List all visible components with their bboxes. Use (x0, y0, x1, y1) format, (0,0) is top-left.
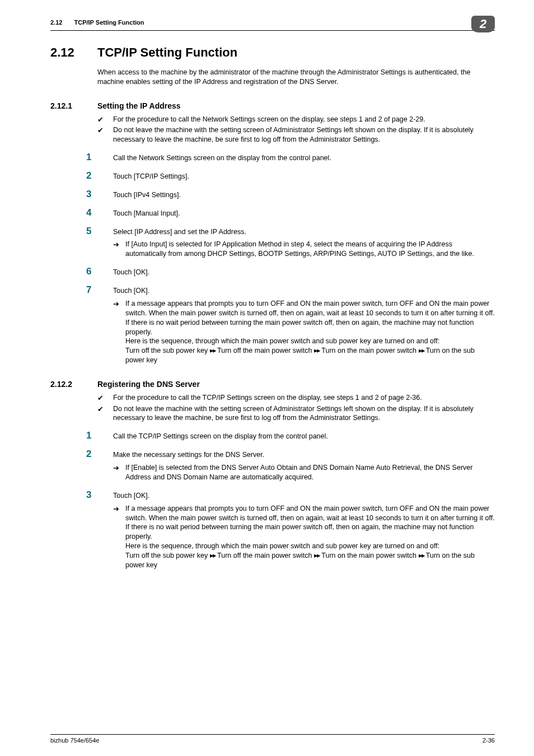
running-header-left: 2.12 TCP/IP Setting Function (50, 19, 144, 26)
step-text: Touch [OK]. (113, 267, 495, 277)
step-text: Select [IP Address] and set the IP Addre… (113, 227, 495, 237)
step-number: 1 (86, 431, 113, 441)
list-item-text: Do not leave the machine with the settin… (113, 125, 495, 144)
step-text: Call the TCP/IP Settings screen on the d… (113, 431, 495, 441)
step: 5 Select [IP Address] and set the IP Add… (86, 226, 495, 259)
step-number: 4 (86, 208, 113, 218)
sub-text-line: Turn on the main power switch (320, 552, 418, 559)
section-title: TCP/IP Setting Function (97, 45, 237, 60)
sub-text: If [Enable] is selected from the DNS Ser… (125, 463, 495, 482)
header-section-number: 2.12 (50, 19, 62, 26)
arrow-icon: ➔ (113, 299, 125, 365)
subsection-heading: 2.12.1 Setting the IP Address (50, 101, 495, 110)
sub-text-line: Turn off the sub power key (125, 552, 210, 559)
running-header: 2.12 TCP/IP Setting Function 2 (50, 16, 495, 31)
double-arrow-icon: ▸▸ (419, 552, 424, 559)
sub-item: ➔ If a message appears that prompts you … (113, 299, 495, 365)
sub-text-line: Turn off the main power switch (216, 552, 314, 559)
double-arrow-icon: ▸▸ (210, 552, 216, 559)
step-number: 5 (86, 226, 113, 259)
sub-text-line: Here is the sequence, through which the … (125, 337, 439, 345)
step-body: Make the necessary settings for the DNS … (113, 449, 495, 482)
step: 7 Touch [OK]. ➔ If a message appears tha… (86, 285, 495, 365)
header-section-title: TCP/IP Setting Function (74, 19, 144, 26)
list-item: ✔ For the procedure to call the Network … (97, 115, 495, 125)
step-number: 6 (86, 267, 113, 277)
sub-text-line: If a message appears that prompts you to… (125, 505, 495, 541)
sub-text-line: Turn off the main power switch (216, 347, 314, 354)
check-icon: ✔ (97, 125, 113, 144)
check-icon: ✔ (97, 404, 113, 423)
section-intro: When access to the machine by the admini… (97, 68, 495, 87)
step: 3 Touch [IPv4 Settings]. (86, 189, 495, 200)
list-item-text: For the procedure to call the Network Se… (113, 115, 495, 125)
subsection-title: Registering the DNS Server (97, 380, 200, 389)
list-item-text: For the procedure to call the TCP/IP Set… (113, 393, 495, 403)
chapter-number: 2 (480, 17, 486, 31)
step-body: Touch [OK]. ➔ If a message appears that … (113, 490, 495, 570)
list-item-text: Do not leave the machine with the settin… (113, 404, 495, 423)
chapter-badge: 2 (471, 16, 495, 32)
sub-text: If a message appears that prompts you to… (125, 299, 495, 365)
step-text: Make the necessary settings for the DNS … (113, 450, 495, 460)
step-number: 7 (86, 285, 113, 365)
subsection-heading: 2.12.2 Registering the DNS Server (50, 380, 495, 389)
double-arrow-icon: ▸▸ (314, 347, 320, 354)
section-number: 2.12 (50, 45, 97, 60)
footer-model: bizhub 754e/654e (50, 737, 99, 744)
step-number: 3 (86, 490, 113, 570)
sub-text-line: Here is the sequence, through which the … (125, 542, 439, 550)
sub-text: If [Auto Input] is selected for IP Appli… (125, 240, 495, 259)
page: 2.12 TCP/IP Setting Function 2 2.12 TCP/… (0, 0, 534, 756)
arrow-icon: ➔ (113, 240, 125, 259)
step: 2 Make the necessary settings for the DN… (86, 449, 495, 482)
subsection-title: Setting the IP Address (97, 101, 181, 110)
step-text: Touch [TCP/IP Settings]. (113, 171, 495, 181)
step-text: Touch [Manual Input]. (113, 208, 495, 218)
double-arrow-icon: ▸▸ (210, 347, 216, 354)
step: 1 Call the Network Settings screen on th… (86, 152, 495, 163)
double-arrow-icon: ▸▸ (419, 347, 424, 354)
check-icon: ✔ (97, 393, 113, 403)
step: 6 Touch [OK]. (86, 267, 495, 277)
double-arrow-icon: ▸▸ (314, 552, 320, 559)
step-number: 3 (86, 189, 113, 200)
step-number: 2 (86, 171, 113, 181)
sub-text: If a message appears that prompts you to… (125, 504, 495, 570)
step-number: 1 (86, 152, 113, 163)
step: 3 Touch [OK]. ➔ If a message appears tha… (86, 490, 495, 570)
step-text: Touch [OK]. (113, 286, 495, 296)
section-heading: 2.12 TCP/IP Setting Function (50, 45, 495, 60)
sub-item: ➔ If [Auto Input] is selected for IP App… (113, 240, 495, 259)
step-text: Touch [IPv4 Settings]. (113, 189, 495, 200)
footer-page-number: 2-36 (483, 737, 495, 744)
sub-item: ➔ If [Enable] is selected from the DNS S… (113, 463, 495, 482)
step: 2 Touch [TCP/IP Settings]. (86, 171, 495, 181)
arrow-icon: ➔ (113, 463, 125, 482)
sub-item: ➔ If a message appears that prompts you … (113, 504, 495, 570)
bullet-list: ✔ For the procedure to call the Network … (97, 115, 495, 144)
step: 1 Call the TCP/IP Settings screen on the… (86, 431, 495, 441)
list-item: ✔ For the procedure to call the TCP/IP S… (97, 393, 495, 403)
arrow-icon: ➔ (113, 504, 125, 570)
step-text: Call the Network Settings screen on the … (113, 152, 495, 163)
list-item: ✔ Do not leave the machine with the sett… (97, 125, 495, 144)
sub-text-line: Turn off the sub power key (125, 347, 210, 354)
page-footer: bizhub 754e/654e 2-36 (50, 734, 495, 744)
list-item: ✔ Do not leave the machine with the sett… (97, 404, 495, 423)
step-body: Touch [OK]. ➔ If a message appears that … (113, 285, 495, 365)
sub-text-line: Turn on the main power switch (320, 347, 418, 354)
subsection-number: 2.12.1 (50, 101, 97, 110)
bullet-list: ✔ For the procedure to call the TCP/IP S… (97, 393, 495, 423)
step-body: Select [IP Address] and set the IP Addre… (113, 226, 495, 259)
step: 4 Touch [Manual Input]. (86, 208, 495, 218)
step-text: Touch [OK]. (113, 491, 495, 501)
sub-text-line: If a message appears that prompts you to… (125, 300, 495, 336)
subsection-number: 2.12.2 (50, 380, 97, 389)
step-number: 2 (86, 449, 113, 482)
check-icon: ✔ (97, 115, 113, 125)
